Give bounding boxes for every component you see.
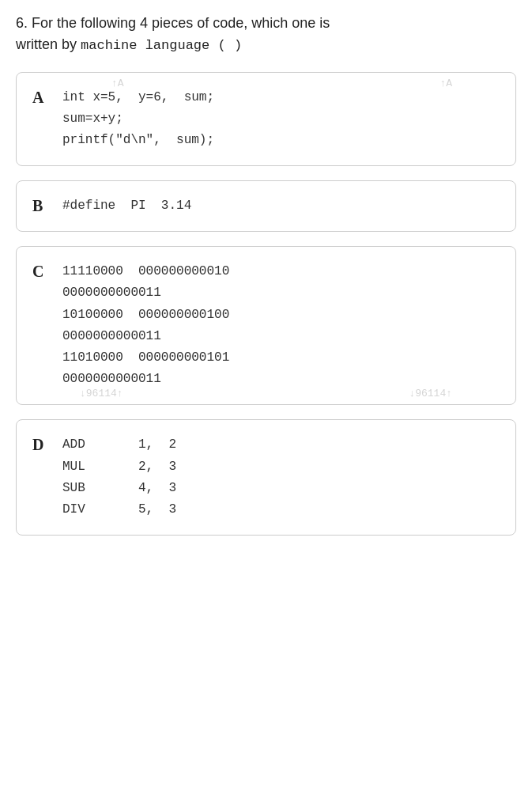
option-b-code: #define PI 3.14 <box>62 195 191 217</box>
option-d-box: D ADD 1, 2 MUL 2, 3 SUB 4, 3 DIV 5, 3 <box>16 419 516 536</box>
option-b-label: B <box>32 195 51 216</box>
options-list: ↑A ↑A A int x=5, y=6, sum; sum=x+y; prin… <box>16 72 516 536</box>
question-text2: written by <box>16 36 77 52</box>
question-header: 6. For the following 4 pieces of code, w… <box>16 13 516 56</box>
question-container: 6. For the following 4 pieces of code, w… <box>16 13 516 536</box>
option-c-box: C 11110000 000000000010 0000000000011 10… <box>16 246 516 405</box>
option-d-row: D ADD 1, 2 MUL 2, 3 SUB 4, 3 DIV 5, 3 <box>32 434 500 520</box>
option-b-row: B #define PI 3.14 <box>32 195 500 217</box>
question-inline-code: machine language ( ) <box>81 38 242 53</box>
option-a-label: A <box>32 87 51 108</box>
option-c-code: 11110000 000000000010 0000000000011 1010… <box>62 261 229 390</box>
option-a-box: ↑A ↑A A int x=5, y=6, sum; sum=x+y; prin… <box>16 72 516 167</box>
option-c-label: C <box>32 261 51 282</box>
question-number: 6. <box>16 15 28 31</box>
option-c-row: C 11110000 000000000010 0000000000011 10… <box>32 261 500 390</box>
option-a-code: int x=5, y=6, sum; sum=x+y; printf("d\n"… <box>62 87 214 152</box>
option-d-code: ADD 1, 2 MUL 2, 3 SUB 4, 3 DIV 5, 3 <box>62 434 176 520</box>
option-a-row: A int x=5, y=6, sum; sum=x+y; printf("d\… <box>32 87 500 152</box>
question-text: For the following 4 pieces of code, whic… <box>32 15 330 31</box>
option-d-label: D <box>32 434 51 455</box>
option-b-box: B #define PI 3.14 <box>16 180 516 232</box>
